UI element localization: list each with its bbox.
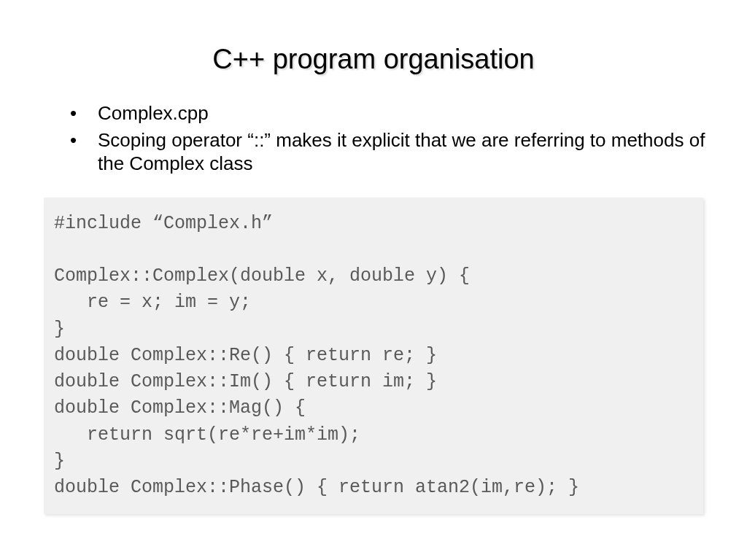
slide-title: C++ program organisation [26,44,721,75]
code-block: #include “Complex.h” Complex::Complex(do… [44,198,703,515]
bullet-list: Complex.cpp Scoping operator “::” makes … [26,101,721,179]
slide: C++ program organisation Complex.cpp Sco… [0,0,747,560]
bullet-item: Complex.cpp [70,101,721,125]
bullet-item: Scoping operator “::” makes it explicit … [70,128,721,176]
